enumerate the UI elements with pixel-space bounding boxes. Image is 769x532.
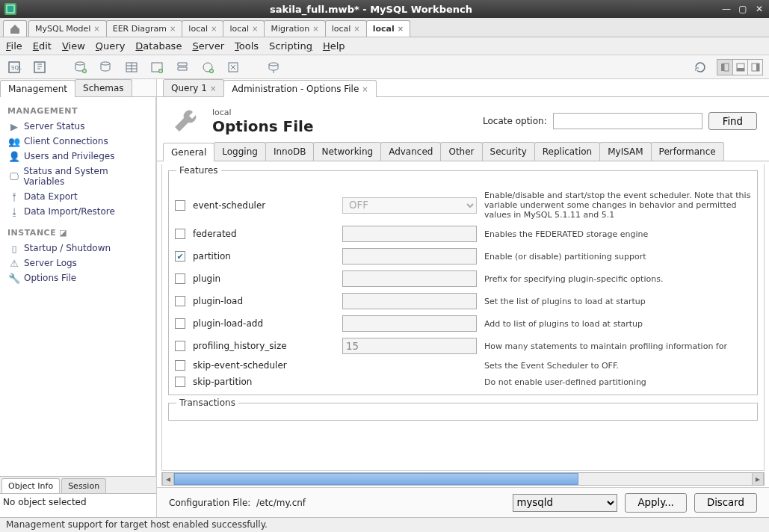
sidebar-item-options-file[interactable]: 🔧Options File bbox=[3, 270, 152, 285]
apply-button[interactable]: Apply... bbox=[625, 493, 686, 513]
menu-server[interactable]: Server bbox=[192, 40, 224, 52]
close-icon[interactable]: × bbox=[353, 25, 359, 33]
model-tab[interactable]: Migration× bbox=[264, 20, 325, 37]
menu-file[interactable]: File bbox=[6, 40, 22, 52]
subtab-replication[interactable]: Replication bbox=[534, 142, 600, 161]
option-value-select[interactable]: OFF bbox=[342, 197, 477, 214]
menu-query[interactable]: Query bbox=[96, 40, 126, 52]
panel-toggle-right[interactable] bbox=[747, 60, 762, 75]
model-tab[interactable]: MySQL Model× bbox=[28, 20, 107, 37]
subtab-innodb[interactable]: InnoDB bbox=[265, 142, 315, 161]
option-value-input[interactable] bbox=[342, 315, 477, 332]
close-icon[interactable]: × bbox=[362, 85, 368, 93]
db-connect-icon[interactable] bbox=[265, 58, 282, 76]
sidebar-item-client-connections[interactable]: 👥Client Connections bbox=[3, 134, 152, 149]
sidebar-item-server-logs[interactable]: ⚠Server Logs bbox=[3, 256, 152, 270]
discard-button[interactable]: Discard bbox=[694, 493, 757, 513]
db-tool4-icon[interactable] bbox=[199, 58, 217, 76]
subtab-myisam[interactable]: MyISAM bbox=[599, 142, 651, 161]
option-checkbox[interactable] bbox=[175, 229, 185, 239]
db-tool5-icon[interactable] bbox=[224, 58, 242, 76]
db-tool2-icon[interactable] bbox=[148, 58, 166, 76]
home-tab[interactable] bbox=[3, 20, 27, 37]
hscrollbar[interactable]: ◂ ▸ bbox=[161, 472, 765, 486]
option-checkbox[interactable] bbox=[175, 296, 185, 306]
option-checkbox[interactable] bbox=[175, 318, 185, 329]
option-value-input[interactable] bbox=[342, 293, 477, 309]
option-checkbox[interactable] bbox=[175, 273, 185, 284]
close-icon[interactable]: × bbox=[398, 25, 404, 33]
close-icon[interactable]: × bbox=[210, 84, 216, 93]
model-tab-active[interactable]: local× bbox=[366, 20, 410, 37]
scroll-thumb[interactable] bbox=[174, 473, 578, 485]
db-tool-icon[interactable] bbox=[97, 58, 115, 76]
option-checkbox[interactable] bbox=[175, 200, 185, 211]
sidebar-item-users-privileges[interactable]: 👤Users and Privileges bbox=[3, 149, 152, 164]
option-checkbox[interactable] bbox=[175, 251, 185, 262]
minimize-button[interactable]: — bbox=[721, 4, 732, 14]
sidebar-item-server-status[interactable]: ▶Server Status bbox=[3, 119, 152, 134]
import-icon: ⭳ bbox=[9, 206, 19, 217]
sidebar-item-status-variables[interactable]: 🖵Status and System Variables bbox=[3, 164, 152, 189]
scroll-left-icon[interactable]: ◂ bbox=[162, 473, 174, 485]
db-tool3-icon[interactable] bbox=[173, 58, 191, 76]
model-tab[interactable]: local× bbox=[182, 20, 223, 37]
scroll-right-icon[interactable]: ▸ bbox=[752, 473, 764, 485]
options-list[interactable]: Features event-scheduler OFF Enable/disa… bbox=[162, 164, 764, 470]
db-add-icon[interactable] bbox=[72, 58, 90, 76]
menu-tools[interactable]: Tools bbox=[235, 40, 259, 52]
new-sql-tab-icon[interactable]: SQL bbox=[6, 58, 24, 76]
option-value-input[interactable] bbox=[342, 248, 477, 265]
panel-toggle-left[interactable] bbox=[717, 60, 732, 75]
close-icon[interactable]: × bbox=[312, 25, 318, 33]
locate-option-input[interactable] bbox=[553, 113, 702, 129]
wrench-icon: 🔧 bbox=[9, 273, 19, 283]
close-window-button[interactable]: ✕ bbox=[754, 4, 765, 14]
open-sql-icon[interactable] bbox=[31, 58, 49, 76]
sidebar-item-data-import[interactable]: ⭳Data Import/Restore bbox=[3, 204, 152, 219]
scroll-track[interactable] bbox=[174, 473, 752, 485]
panel-toggle-bottom[interactable] bbox=[732, 60, 747, 75]
close-icon[interactable]: × bbox=[211, 25, 217, 33]
sidebar-item-startup-shutdown[interactable]: ▯Startup / Shutdown bbox=[3, 241, 152, 256]
close-icon[interactable]: × bbox=[252, 25, 258, 33]
subtab-other[interactable]: Other bbox=[440, 142, 482, 161]
tab-session[interactable]: Session bbox=[61, 478, 106, 493]
menu-help[interactable]: Help bbox=[323, 40, 345, 52]
find-button[interactable]: Find bbox=[708, 112, 757, 130]
tab-admin-options-file[interactable]: Administration - Options File× bbox=[223, 80, 376, 97]
close-icon[interactable]: × bbox=[170, 25, 176, 33]
option-row: partition Enable (or disable) partitioni… bbox=[173, 245, 753, 267]
menu-scripting[interactable]: Scripting bbox=[269, 40, 312, 52]
options-scroll: Features event-scheduler OFF Enable/disa… bbox=[161, 164, 765, 471]
model-tab[interactable]: EER Diagram× bbox=[106, 20, 183, 37]
sidebar-item-data-export[interactable]: ⭱Data Export bbox=[3, 189, 152, 204]
subtab-security[interactable]: Security bbox=[482, 142, 535, 161]
table-tool-icon[interactable] bbox=[123, 58, 140, 76]
sidebar-item-label: Server Logs bbox=[24, 258, 77, 268]
tab-management[interactable]: Management bbox=[0, 80, 75, 97]
subtab-advanced[interactable]: Advanced bbox=[380, 142, 441, 161]
menu-database[interactable]: Database bbox=[135, 40, 182, 52]
model-tab[interactable]: local× bbox=[325, 20, 367, 37]
option-value-input[interactable] bbox=[342, 338, 477, 354]
tab-schemas[interactable]: Schemas bbox=[75, 79, 132, 96]
subtab-logging[interactable]: Logging bbox=[214, 142, 266, 161]
model-tab[interactable]: local× bbox=[223, 20, 265, 37]
option-value-input[interactable] bbox=[342, 270, 477, 287]
option-value-input[interactable] bbox=[342, 226, 477, 242]
tab-query1[interactable]: Query 1× bbox=[163, 79, 224, 96]
close-icon[interactable]: × bbox=[93, 25, 99, 33]
subtab-general[interactable]: General bbox=[163, 143, 214, 161]
option-checkbox[interactable] bbox=[175, 377, 185, 387]
option-checkbox[interactable] bbox=[175, 360, 185, 371]
section-select[interactable]: mysqld bbox=[513, 494, 617, 512]
subtab-performance[interactable]: Performance bbox=[651, 142, 724, 161]
menu-edit[interactable]: Edit bbox=[33, 40, 52, 52]
menu-view[interactable]: View bbox=[62, 40, 85, 52]
refresh-icon[interactable] bbox=[691, 58, 709, 76]
subtab-networking[interactable]: Networking bbox=[313, 142, 381, 161]
maximize-button[interactable]: ▢ bbox=[738, 4, 748, 14]
option-checkbox[interactable] bbox=[175, 341, 185, 351]
tab-object-info[interactable]: Object Info bbox=[1, 478, 60, 493]
